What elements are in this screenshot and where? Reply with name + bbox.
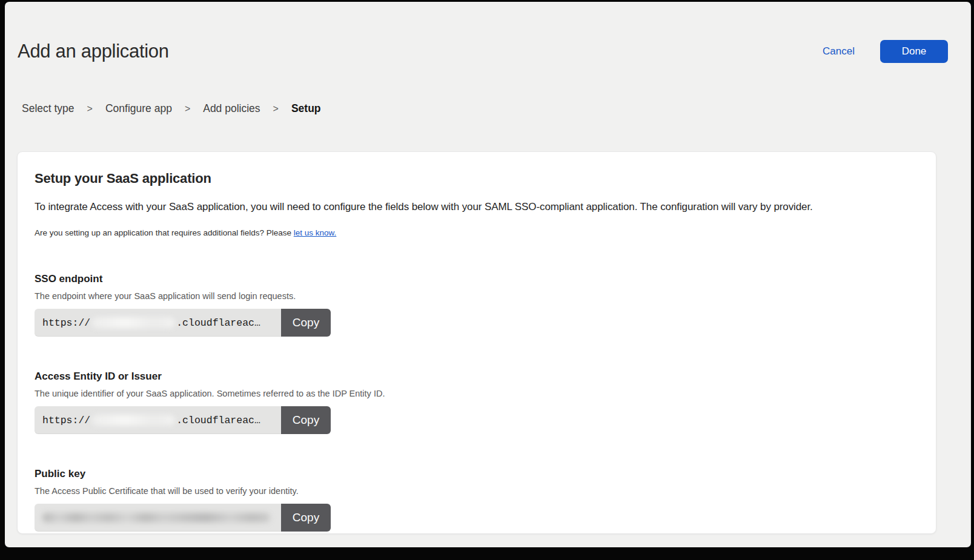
breadcrumb-separator: >: [273, 104, 279, 114]
breadcrumb-item-setup-current: Setup: [291, 102, 321, 115]
redacted-blur: [42, 513, 270, 522]
public-key-copy-row: Copy: [35, 504, 331, 532]
url-prefix: https://: [42, 415, 90, 426]
breadcrumb-item-configure-app[interactable]: Configure app: [105, 102, 172, 115]
entity-id-description: The unique identifier of your SaaS appli…: [35, 389, 919, 398]
card-description: To integrate Access with your SaaS appli…: [35, 201, 919, 213]
public-key-label: Public key: [35, 468, 919, 480]
app-window: Add an application Cancel Done Select ty…: [5, 2, 971, 547]
additional-fields-note: Are you setting up an application that r…: [35, 228, 919, 237]
sso-endpoint-copy-button[interactable]: Copy: [281, 309, 331, 337]
breadcrumb: Select type > Configure app > Add polici…: [22, 102, 321, 115]
redacted-blur: [91, 415, 175, 426]
done-button[interactable]: Done: [880, 40, 948, 63]
sso-endpoint-description: The endpoint where your SaaS application…: [35, 291, 919, 301]
public-key-value: [35, 504, 281, 532]
entity-id-section: Access Entity ID or Issuer The unique id…: [35, 371, 919, 434]
entity-id-value: https:// .cloudflareac…: [35, 406, 281, 434]
breadcrumb-separator: >: [185, 104, 190, 114]
sso-endpoint-section: SSO endpoint The endpoint where your Saa…: [35, 273, 919, 337]
entity-id-label: Access Entity ID or Issuer: [35, 371, 919, 383]
redacted-blur: [91, 317, 175, 328]
breadcrumb-item-add-policies[interactable]: Add policies: [203, 102, 260, 115]
url-suffix: .cloudflareac…: [176, 317, 260, 329]
sso-endpoint-label: SSO endpoint: [35, 273, 919, 285]
page-title: Add an application: [18, 41, 169, 62]
setup-card: Setup your SaaS application To integrate…: [17, 151, 936, 534]
let-us-know-link[interactable]: let us know.: [294, 228, 337, 237]
public-key-section: Public key The Access Public Certificate…: [35, 468, 919, 532]
cancel-button[interactable]: Cancel: [823, 45, 855, 58]
url-suffix: .cloudflareac…: [176, 415, 260, 426]
card-heading: Setup your SaaS application: [35, 171, 919, 186]
sso-endpoint-copy-row: https:// .cloudflareac… Copy: [35, 309, 331, 337]
sso-endpoint-value: https:// .cloudflareac…: [35, 309, 281, 337]
header-actions: Cancel Done: [823, 40, 948, 63]
breadcrumb-item-select-type[interactable]: Select type: [22, 102, 75, 115]
entity-id-copy-button[interactable]: Copy: [281, 406, 331, 434]
entity-id-copy-row: https:// .cloudflareac… Copy: [35, 406, 331, 434]
public-key-description: The Access Public Certificate that will …: [35, 486, 919, 496]
breadcrumb-separator: >: [87, 104, 93, 114]
url-prefix: https://: [42, 317, 90, 329]
public-key-copy-button[interactable]: Copy: [281, 504, 331, 532]
note-text: Are you setting up an application that r…: [35, 228, 294, 237]
